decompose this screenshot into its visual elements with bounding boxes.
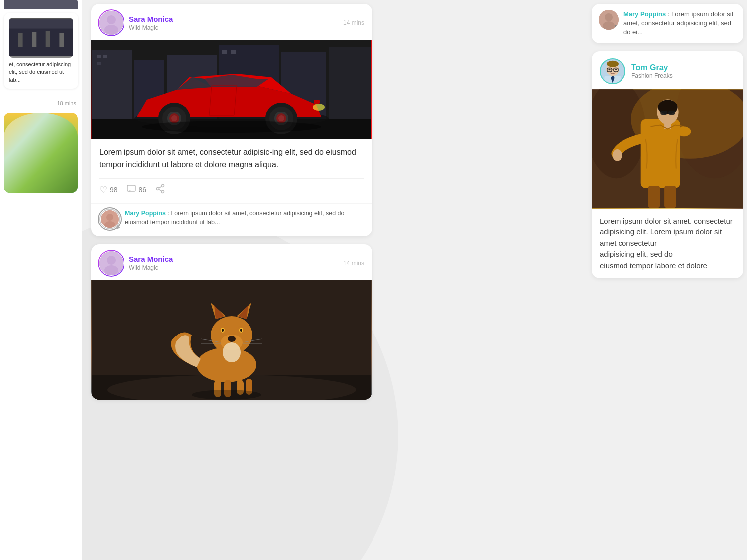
post-body-1: Lorem ipsum dolor sit amet, consectetur … (91, 139, 372, 203)
middle-feed: Sara Monica Wild Magic 14 mins (87, 0, 376, 560)
tom-info: Tom Gray Fashion Freaks (631, 63, 673, 79)
comment-author-1: Mary Poppins (125, 210, 166, 217)
avatar-ring-purple-2 (98, 250, 124, 277)
svg-point-102 (677, 126, 691, 136)
fox-visual (91, 280, 372, 400)
right-panel: Mary Poppins : Lorem ipsum dolor sit ame… (588, 0, 747, 560)
tom-avatar (600, 58, 625, 84)
svg-rect-3 (32, 32, 36, 47)
post-card-fox: Sara Monica Wild Magic 14 mins (91, 244, 372, 400)
svg-point-82 (607, 60, 619, 67)
svg-point-31 (313, 104, 325, 111)
svg-rect-19 (222, 50, 227, 54)
landscape-overlay (4, 113, 78, 193)
svg-point-76 (605, 13, 613, 21)
tom-group: Fashion Freaks (631, 72, 673, 79)
post-card-car: Sara Monica Wild Magic 14 mins (91, 4, 372, 236)
mary-comment-text: Mary Poppins : Lorem ipsum dolor sit ame… (623, 10, 736, 37)
left-landscape-image (4, 113, 78, 193)
comment-avatar-wrapper-1 (99, 209, 120, 229)
svg-point-38 (162, 190, 164, 193)
share-button-1[interactable] (155, 184, 165, 196)
svg-rect-98 (668, 111, 675, 115)
avatar-wrapper-2 (99, 251, 123, 275)
mary-name: Mary Poppins (623, 10, 666, 18)
post-image-car (91, 40, 372, 139)
tom-post-text-content: Lorem ipsum dolor sit amet, consectetur … (600, 217, 733, 270)
left-card-car-image (9, 18, 73, 58)
tom-header: Tom Gray Fashion Freaks (592, 51, 743, 89)
left-timestamp: 18 mins (0, 97, 82, 109)
svg-line-40 (159, 186, 162, 188)
svg-point-65 (223, 342, 241, 362)
post-header-left-2: Sara Monica Wild Magic (99, 251, 173, 275)
post-user-name-2: Sara Monica (129, 255, 173, 263)
left-top-image (4, 0, 78, 9)
post-actions-1: ♡ 98 86 (99, 178, 364, 196)
post-user-info-2: Sara Monica Wild Magic (129, 255, 173, 271)
comment-icon (126, 184, 136, 196)
svg-point-94 (612, 149, 622, 161)
post-header-left-1: Sara Monica Wild Magic (99, 11, 173, 35)
post-time-2: 14 mins (343, 260, 364, 267)
post-user-info-1: Sara Monica Wild Magic (129, 15, 173, 31)
avatar-ring-purple-1 (98, 9, 124, 36)
svg-rect-17 (103, 55, 107, 58)
post-user-name-1: Sara Monica (129, 15, 173, 23)
svg-point-54 (228, 336, 236, 342)
right-card-mary: Mary Poppins : Lorem ipsum dolor sit ame… (592, 4, 743, 43)
fashion-image (592, 89, 743, 209)
divider-1 (4, 95, 78, 95)
svg-line-41 (159, 189, 162, 191)
comment-button-1[interactable]: 86 (126, 184, 147, 196)
svg-point-35 (142, 121, 321, 133)
svg-rect-100 (648, 186, 660, 208)
svg-rect-5 (59, 33, 64, 47)
post-image-fox (91, 280, 372, 400)
right-card-tom: Tom Gray Fashion Freaks (592, 51, 743, 279)
comment-text-1: Mary Poppins : Lorem ipsum dolor sit ame… (125, 209, 364, 226)
svg-point-32 (169, 113, 179, 123)
svg-rect-18 (97, 62, 101, 65)
svg-rect-34 (314, 100, 320, 104)
play-triangle-mary (615, 24, 618, 29)
post-time-1: 14 mins (343, 19, 364, 26)
svg-rect-16 (97, 55, 101, 58)
comment-count-1: 86 (139, 186, 147, 194)
left-snippet-text: et, consectetur adipiscing elit, sed do … (9, 61, 73, 84)
avatar-wrapper-1 (99, 11, 123, 35)
post-text-1: Lorem ipsum dolor sit amet, consectetur … (99, 146, 364, 171)
svg-rect-101 (664, 186, 676, 208)
share-icon (155, 184, 165, 196)
svg-point-87 (615, 68, 617, 70)
mary-avatar (599, 10, 619, 30)
mary-comment-section: Mary Poppins : Lorem ipsum dolor sit ame… (592, 4, 743, 43)
svg-point-74 (192, 390, 261, 400)
left-card-top: et, consectetur adipiscing elit, sed do … (4, 13, 78, 89)
tom-name: Tom Gray (631, 63, 673, 72)
post-group-2: Wild Magic (129, 264, 173, 271)
post-header-2: Sara Monica Wild Magic 14 mins (91, 244, 372, 280)
svg-point-86 (609, 68, 611, 70)
post-header-1: Sara Monica Wild Magic 14 mins (91, 4, 372, 40)
svg-rect-36 (127, 185, 135, 191)
svg-rect-97 (660, 111, 667, 115)
comment-section-1: Mary Poppins : Lorem ipsum dolor sit ame… (91, 203, 372, 236)
like-count-1: 98 (110, 186, 118, 194)
svg-point-59 (222, 329, 224, 332)
tom-post-text: Lorem ipsum dolor sit amet, consectetur … (592, 209, 743, 279)
svg-rect-2 (18, 33, 22, 47)
svg-point-39 (157, 187, 159, 190)
svg-point-37 (162, 184, 164, 187)
heart-icon: ♡ (99, 184, 107, 195)
like-button-1[interactable]: ♡ 98 (99, 184, 118, 195)
play-indicator (117, 225, 120, 229)
svg-rect-20 (231, 50, 236, 54)
svg-rect-4 (46, 31, 50, 47)
svg-point-60 (240, 329, 242, 332)
car-visual (91, 40, 372, 139)
left-panel: et, consectetur adipiscing elit, sed do … (0, 0, 82, 560)
post-group-1: Wild Magic (129, 24, 173, 31)
